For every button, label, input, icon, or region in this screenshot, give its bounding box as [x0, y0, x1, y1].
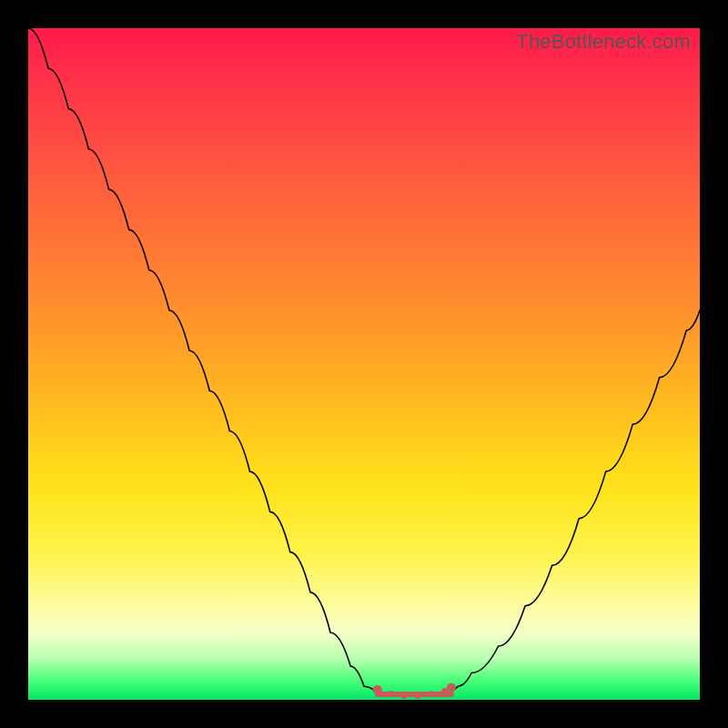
bottleneck-curve — [28, 28, 700, 696]
optimal-point — [441, 688, 448, 694]
optimal-point — [447, 683, 456, 693]
chart-frame: TheBottleneck.com — [0, 0, 728, 728]
optimal-point — [388, 691, 394, 697]
curve-svg — [28, 28, 700, 700]
optimal-point — [401, 693, 408, 699]
optimal-point — [428, 692, 434, 698]
plot-area: TheBottleneck.com — [28, 28, 700, 700]
optimal-point — [373, 685, 382, 694]
optimal-point — [415, 693, 421, 699]
